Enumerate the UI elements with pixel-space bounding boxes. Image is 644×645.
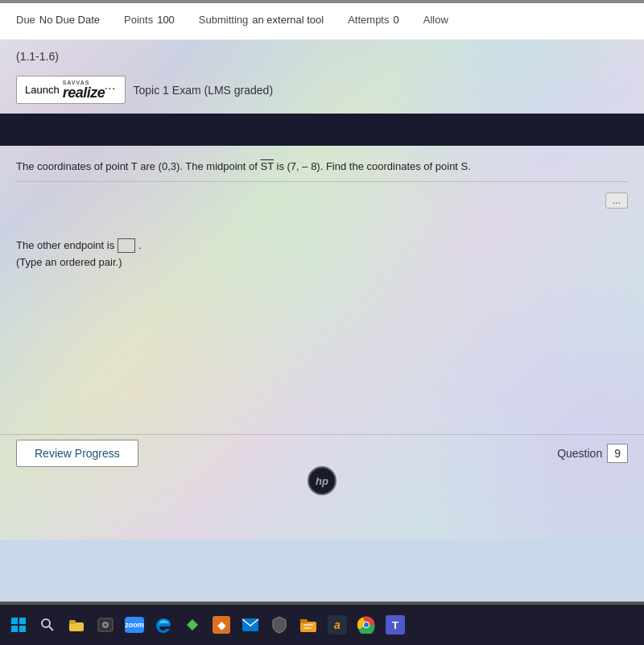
allow-label: Allow xyxy=(423,14,448,26)
svg-point-14 xyxy=(364,622,369,627)
mail-icon[interactable] xyxy=(238,613,262,637)
svg-rect-9 xyxy=(300,619,308,623)
realize-text: realize··· xyxy=(63,85,117,100)
orange-app-icon[interactable]: ◆ xyxy=(209,613,233,637)
points-item: Points 100 xyxy=(124,14,175,26)
savvas-logo: SAVVAS realize··· xyxy=(63,80,117,100)
edge-icon[interactable] xyxy=(151,613,175,637)
question-counter: Question 9 xyxy=(557,444,628,463)
points-label: Points xyxy=(124,14,153,26)
chrome-svg xyxy=(357,616,375,634)
launch-button[interactable]: Launch SAVVAS realize··· xyxy=(16,76,126,104)
review-progress-button[interactable]: Review Progress xyxy=(16,440,138,467)
question-number: 9 xyxy=(607,444,628,463)
svg-rect-11 xyxy=(303,627,312,629)
amazon-app: a xyxy=(328,615,347,635)
screen-bottom-strip xyxy=(0,602,644,605)
dark-banner xyxy=(0,114,644,146)
due-item: Due No Due Date xyxy=(16,14,100,26)
taskbar: zoom ◆ xyxy=(0,605,644,645)
screen-top-border xyxy=(0,0,644,3)
folder2-svg xyxy=(299,617,317,633)
svg-rect-7 xyxy=(242,618,258,631)
due-value: No Due Date xyxy=(39,14,100,26)
hp-logo: hp xyxy=(308,466,336,495)
answer-period: . xyxy=(138,239,142,251)
hp-logo-text: hp xyxy=(316,475,328,487)
svg-line-1 xyxy=(49,626,53,631)
edge-svg xyxy=(155,616,172,634)
teams-green-svg xyxy=(184,616,201,634)
search-icon[interactable] xyxy=(35,613,60,637)
amazon-icon[interactable]: a xyxy=(325,613,349,637)
topic-label: Topic 1 Exam (LMS graded) xyxy=(134,84,274,97)
points-value: 100 xyxy=(157,14,175,26)
attempts-value: 0 xyxy=(393,14,398,26)
launch-area: Launch SAVVAS realize··· Topic 1 Exam (L… xyxy=(0,69,644,110)
svg-rect-10 xyxy=(303,624,313,626)
teams-label: T xyxy=(392,619,398,631)
section-header: (1.1-1.6) xyxy=(0,40,644,69)
review-progress-label: Review Progress xyxy=(35,447,120,460)
security-icon[interactable] xyxy=(267,613,291,637)
bottom-controls: Review Progress Question 9 xyxy=(0,440,644,467)
launch-label: Launch xyxy=(25,84,60,96)
allow-item: Allow xyxy=(423,14,448,26)
zoom-icon[interactable]: zoom xyxy=(122,613,147,637)
attempts-label: Attempts xyxy=(348,14,389,26)
separator xyxy=(16,181,628,182)
windows-grid xyxy=(11,618,26,632)
submitting-label: Submitting xyxy=(199,14,248,26)
media-svg xyxy=(97,618,114,632)
topic-range: (1.1-1.6) xyxy=(16,50,59,63)
svg-point-0 xyxy=(42,619,50,627)
chrome-icon[interactable] xyxy=(354,613,378,637)
search-svg xyxy=(40,618,55,632)
teams-blue-icon[interactable]: T xyxy=(383,613,407,637)
orange-app: ◆ xyxy=(213,616,230,634)
assignment-header: Due No Due Date Points 100 Submitting an… xyxy=(0,0,644,40)
media-player-icon[interactable] xyxy=(93,613,118,637)
submitting-value: an external tool xyxy=(252,14,324,26)
type-hint: (Type an ordered pair.) xyxy=(16,256,628,268)
due-label: Due xyxy=(16,14,35,26)
answer-input[interactable] xyxy=(118,238,135,253)
overline-st: ST xyxy=(261,160,274,172)
windows-start-icon[interactable] xyxy=(6,613,31,637)
submitting-item: Submitting an external tool xyxy=(199,14,324,26)
bottom-divider xyxy=(0,434,644,435)
answer-area: The other endpoint is . (Type an ordered… xyxy=(0,198,644,276)
answer-prefix: The other endpoint is xyxy=(16,239,114,251)
teams-app: T xyxy=(386,615,405,635)
svg-rect-3 xyxy=(69,620,76,624)
folder-svg xyxy=(68,618,85,632)
svg-point-6 xyxy=(105,624,107,626)
folder-files-icon[interactable] xyxy=(296,613,320,637)
question-area: The coordinates of point T are (0,3). Th… xyxy=(0,149,644,198)
orange-icon-symbol: ◆ xyxy=(217,618,226,631)
file-explorer-icon[interactable] xyxy=(64,613,89,637)
zoom-app: zoom xyxy=(125,617,144,633)
question-label: Question xyxy=(557,447,602,460)
teams-green-icon[interactable] xyxy=(180,613,204,637)
shield-svg xyxy=(271,616,287,634)
zoom-label: zoom xyxy=(125,621,144,629)
attempts-item: Attempts 0 xyxy=(348,14,399,26)
answer-prefix-line: The other endpoint is . xyxy=(16,238,628,253)
hp-logo-area: hp xyxy=(308,466,336,495)
amazon-label: a xyxy=(334,618,341,631)
question-text: The coordinates of point T are (0,3). Th… xyxy=(16,159,628,175)
mail-svg xyxy=(242,618,259,632)
main-content-area: Due No Due Date Points 100 Submitting an… xyxy=(0,0,644,540)
